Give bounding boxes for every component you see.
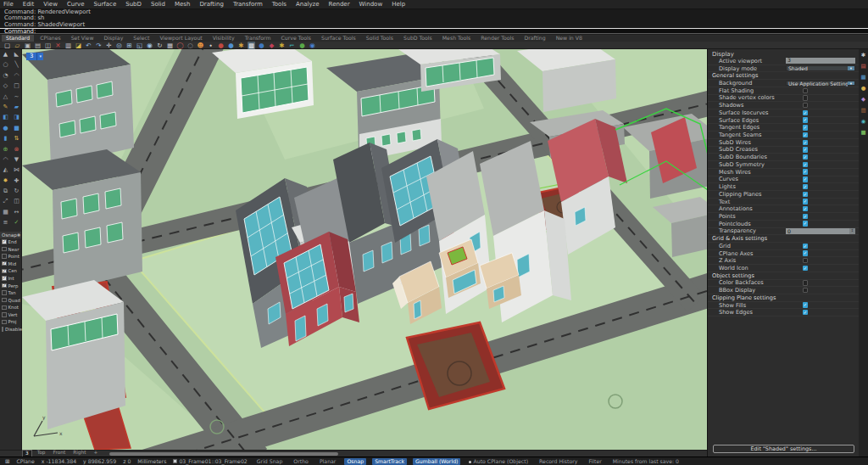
status-toggle-filter[interactable]: Filter (586, 458, 604, 465)
display-panel-icon[interactable]: ▦ (860, 74, 865, 81)
status-toggle-grid-snap[interactable]: Grid Snap (254, 458, 286, 465)
toolbar-tab-surface-tools[interactable]: Surface Tools (317, 35, 360, 42)
units-label[interactable]: Millimeters (137, 458, 166, 464)
point-tool-icon[interactable]: ○ (0, 59, 11, 70)
arc-tool-icon[interactable]: ◠ (11, 70, 22, 81)
menu-tools[interactable]: Tools (272, 1, 287, 8)
extrude-icon[interactable]: ⇅ (11, 133, 22, 143)
scale-icon[interactable]: ⤢ (0, 196, 11, 206)
undo-icon[interactable]: ↶ (85, 42, 92, 49)
status-toggle-auto-cplane-object[interactable]: Auto CPlane (Object) (466, 458, 531, 465)
redo-icon[interactable]: ↷ (95, 42, 103, 49)
osnap-item-end[interactable]: ✓End (0, 238, 21, 246)
menu-drafting[interactable]: Drafting (199, 1, 223, 8)
options-gear-icon[interactable]: ✱ (278, 42, 286, 49)
status-toggle-smarttrack[interactable]: SmartTrack (372, 458, 407, 465)
boolean-union-icon[interactable]: ⊕ (0, 144, 11, 154)
checkbox-subd-wires[interactable]: ✓ (803, 140, 808, 145)
status-toggle-gumball-world[interactable]: Gumball (World) (413, 458, 460, 465)
rotate-view-icon[interactable]: ↻ (156, 42, 164, 49)
notes-panel-icon[interactable]: ▥ (860, 107, 865, 114)
osnap-item-disable[interactable]: Disable (0, 326, 21, 333)
viewport-layout-icon[interactable]: ▦ (166, 42, 174, 49)
rendering-panel-icon[interactable]: ◉ (861, 118, 866, 125)
osnap-checkbox-disable[interactable] (2, 327, 3, 332)
explode-icon[interactable]: ✸ (0, 176, 11, 186)
join-icon[interactable]: ⋈ (11, 165, 22, 175)
circle-tool-icon[interactable]: ◔ (0, 70, 11, 81)
osnap-item-near[interactable]: Near (0, 245, 21, 253)
checkbox-subd-boundaries[interactable]: ✓ (803, 154, 808, 160)
osnap-checkbox-proj[interactable] (2, 320, 7, 325)
menu-mesh[interactable]: Mesh (175, 1, 190, 8)
checkbox-tangent-seams[interactable]: ✓ (803, 132, 808, 137)
material-sphere-icon[interactable]: ● (227, 42, 235, 49)
toolbar-tab-solid-tools[interactable]: Solid Tools (362, 35, 398, 42)
status-toggle-record-history[interactable]: Record History (537, 458, 580, 465)
osnap-item-point[interactable]: Point (0, 253, 21, 261)
copy-object-icon[interactable]: ⧉ (0, 186, 11, 196)
checkbox-surface-isocurves[interactable]: ✓ (803, 110, 808, 115)
osnap-checkbox-perp[interactable]: ✓ (2, 283, 7, 289)
checkbox-pointclouds[interactable]: ✓ (803, 221, 808, 226)
copy-icon[interactable]: ◫ (44, 42, 52, 49)
menu-surface[interactable]: Surface (94, 1, 117, 8)
green-orbit-icon[interactable]: ● (298, 42, 306, 49)
toolbar-tab-mesh-tools[interactable]: Mesh Tools (438, 35, 476, 42)
menu-edit[interactable]: Edit (23, 1, 35, 8)
move-icon[interactable]: ✚ (11, 176, 22, 186)
osnap-checkbox-cen[interactable]: ✓ (2, 269, 7, 274)
save-icon[interactable]: ▣ (24, 42, 31, 49)
osnap-item-perp[interactable]: ✓Perp (0, 282, 21, 289)
checkbox-show-edges[interactable]: ✓ (803, 310, 808, 315)
split-icon[interactable]: ◭ (0, 165, 11, 175)
status-toggle-minutes-from-last-save-0[interactable]: Minutes from last save: 0 (610, 458, 682, 465)
status-toggle-planar[interactable]: Planar (317, 458, 339, 465)
checkbox-curves[interactable]: ✓ (803, 176, 808, 182)
open-file-icon[interactable]: ▱ (14, 42, 21, 49)
menu-help[interactable]: Help (392, 1, 405, 8)
paste-icon[interactable]: ▥ (64, 42, 72, 49)
text-tool-icon[interactable]: ≡ (0, 217, 11, 227)
fillet-edge-icon[interactable]: ◠ (0, 154, 11, 165)
select-ellipse-icon[interactable]: ◯ (176, 42, 184, 49)
box-tool-icon[interactable]: ■ (11, 123, 22, 133)
rotate-object-icon[interactable]: ↻ (11, 186, 22, 196)
osnap-checkbox-vert[interactable] (2, 312, 7, 317)
mirror-icon[interactable]: ◫ (11, 196, 22, 206)
toolbar-tab-render-tools[interactable]: Render Tools (476, 35, 518, 42)
cplane-selector[interactable]: CPlane (16, 458, 34, 464)
checkbox-clipping-planes[interactable]: ✓ (803, 192, 808, 197)
osnap-gear-icon[interactable]: ✱ (17, 232, 21, 238)
rectangle-tool-icon[interactable]: □ (11, 81, 22, 91)
osnap-item-quad[interactable]: Quad (0, 296, 21, 304)
menu-view[interactable]: View (43, 1, 58, 8)
zoom-selected-icon[interactable]: ◉ (146, 42, 153, 49)
checkbox-show-fills[interactable]: ✓ (803, 302, 808, 307)
checkbox-subd-creases[interactable]: ✓ (803, 147, 808, 152)
menu-curve[interactable]: Curve (67, 1, 85, 8)
spinner-arrows-icon[interactable]: ↕ (849, 228, 855, 234)
toolbar-tab-subd-tools[interactable]: SubD Tools (399, 35, 437, 42)
osnap-item-proj[interactable]: Proj (0, 318, 21, 326)
curve-tools-icon[interactable]: ✎ (0, 102, 11, 112)
cylinder-tool-icon[interactable]: ▮ (0, 133, 11, 143)
viewport-canvas[interactable]: x y 3 ▾ (22, 49, 707, 450)
array-icon[interactable]: ▦ (0, 207, 11, 217)
osnap-item-cen[interactable]: ✓Cen (0, 267, 21, 275)
checkbox-points[interactable]: ✓ (803, 214, 808, 219)
ruby-icon[interactable]: ◆ (268, 42, 275, 49)
dimension-icon[interactable]: ↔ (11, 207, 22, 217)
surface-from-curves-icon[interactable]: ◧ (0, 112, 11, 122)
toolbar-tab-display[interactable]: Display (99, 35, 127, 42)
osnap-checkbox-point[interactable] (2, 254, 7, 259)
field-active-viewport[interactable]: 3 (786, 58, 855, 64)
osnap-item-knot[interactable]: Knot (0, 304, 21, 311)
gear-icon[interactable]: ✱ (237, 42, 245, 49)
checkbox-bbox-display[interactable] (803, 288, 808, 293)
checkbox-subd-symmetry[interactable]: ✓ (803, 162, 808, 167)
select-icon[interactable]: ▲ (0, 49, 11, 59)
ellipse-tool-icon[interactable]: ◇ (0, 81, 11, 91)
status-toggle-ortho[interactable]: Ortho (291, 458, 311, 465)
zoom-extents-icon[interactable]: ◱ (136, 42, 143, 49)
